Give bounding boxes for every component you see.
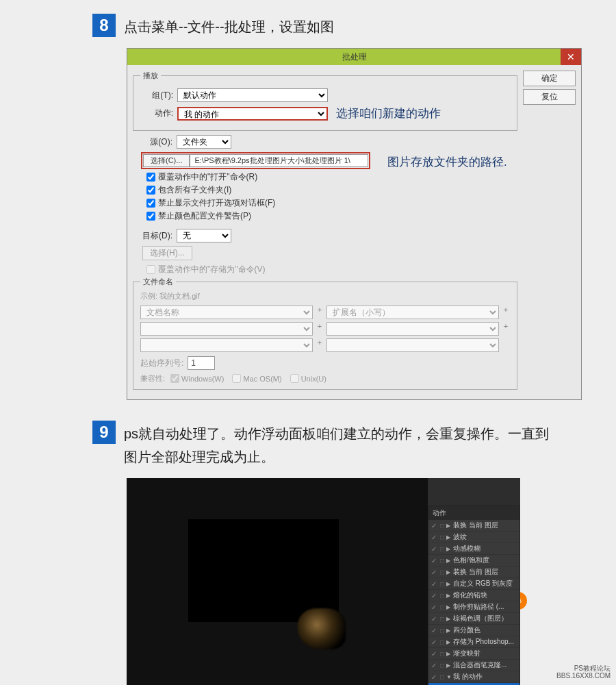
naming-example: 示例: 我的文档.gif <box>140 291 510 301</box>
close-icon[interactable]: ✕ <box>561 49 581 65</box>
batch-dialog: 批处理 ✕ 播放 组(T): 默认动作 动作: <box>127 48 582 400</box>
source-path: E:\PS教程\9.2ps批处理图片大小\批处理图片 1\ <box>190 154 368 167</box>
ps-canvas <box>188 519 339 622</box>
step-number-8: 8 <box>92 14 116 37</box>
action-item[interactable]: ✓□▶渐变映射 <box>428 648 519 660</box>
group-select[interactable]: 默认动作 <box>177 88 328 102</box>
start-seq-label: 起始序列号: <box>140 358 183 369</box>
naming-legend: 文件命名 <box>140 277 176 287</box>
action-item[interactable]: ✓□▶色相/饱和度 <box>428 555 519 566</box>
action-item[interactable]: ✓□▶装换 当前 图层 <box>428 566 519 578</box>
actions-panel-title: 动作 <box>428 506 519 520</box>
reset-button[interactable]: 复位 <box>523 89 576 105</box>
action-item-user[interactable]: ✓□▼我 的动作 <box>428 671 519 683</box>
compat-windows-label: Windows(W) <box>181 375 224 383</box>
action-item[interactable]: ✓□▶棕褐色调（图层） <box>428 613 519 625</box>
ps-toolbar <box>428 478 520 506</box>
dest-choose-button: 选择(H)... <box>142 246 192 260</box>
plus-icon: + <box>502 306 510 319</box>
name-part-2: 扩展名（小写） <box>326 306 499 319</box>
name-part-5 <box>140 338 313 352</box>
action-item[interactable]: ✓□▶制作剪贴路径 (... <box>428 601 519 613</box>
name-part-6 <box>326 338 499 352</box>
source-label: 源(O): <box>140 136 172 148</box>
action-item[interactable]: ✓□▶混合器画笔克隆... <box>428 660 519 671</box>
cb-override-save <box>146 265 155 274</box>
action-item[interactable]: ✓□▶波纹 <box>428 532 519 543</box>
cb-override-open-label: 覆盖动作中的"打开"命令(R) <box>158 171 257 183</box>
action-note: 选择咱们新建的动作 <box>336 105 441 121</box>
name-part-3 <box>140 322 313 336</box>
dialog-titlebar: 批处理 ✕ <box>127 49 581 65</box>
cb-subfolders-label: 包含所有子文件夹(I) <box>158 184 231 196</box>
compat-mac-label: Mac OS(M) <box>243 375 281 383</box>
cb-override-save-label: 覆盖动作中的"存储为"命令(V) <box>158 264 266 275</box>
compat-unix-label: Unix(U) <box>301 375 326 383</box>
name-part-1: 文档名称 <box>140 306 313 319</box>
path-note: 图片存放文件夹的路径. <box>387 155 507 169</box>
ps-image-content <box>298 608 346 649</box>
action-item[interactable]: ✓□▶四分颜色 <box>428 625 519 636</box>
cb-suppress-color-label: 禁止颜色配置文件警告(P) <box>158 210 251 222</box>
action-item[interactable]: ✓□▶存储为 Photoshop... <box>428 636 519 648</box>
watermark: PS教程论坛 BBS.16XX8.COM <box>556 664 611 680</box>
dest-select[interactable]: 无 <box>177 229 231 242</box>
source-select[interactable]: 文件夹 <box>177 135 231 149</box>
cb-subfolders[interactable] <box>146 186 155 195</box>
step-8-text: 点击菜单--文件--批处理，设置如图 <box>124 14 334 38</box>
step-number-9: 9 <box>92 421 116 444</box>
plus-icon: + <box>316 322 324 336</box>
play-legend: 播放 <box>140 71 161 81</box>
plus-icon: + <box>502 322 510 336</box>
actions-panel: 动作 ✓□▶装换 当前 图层✓□▶波纹✓□▶动感模糊✓□▶色相/饱和度✓□▶装换… <box>428 506 520 685</box>
action-item[interactable]: ✓□▶装换 当前 图层 <box>428 520 519 532</box>
name-part-4 <box>326 322 499 336</box>
cb-suppress-color[interactable] <box>146 212 155 221</box>
watermark-line2: BBS.16XX8.COM <box>556 672 611 680</box>
compat-windows <box>170 374 179 383</box>
watermark-line1: PS教程论坛 <box>556 664 611 672</box>
action-label: 动作: <box>140 108 173 119</box>
action-item[interactable]: ✓□▶动感模糊 <box>428 543 519 555</box>
action-item[interactable]: ✓□▶自定义 RGB 到灰度 <box>428 578 519 590</box>
choose-button[interactable]: 选择(C)... <box>143 154 190 167</box>
action-select[interactable]: 我 的动作 <box>177 107 328 121</box>
plus-icon <box>502 338 510 352</box>
compat-label: 兼容性: <box>140 373 165 384</box>
action-item[interactable]: ✓□▶熔化的铅块 <box>428 590 519 601</box>
dest-label: 目标(D): <box>140 230 172 242</box>
cb-suppress-open-label: 禁止显示文件打开选项对话框(F) <box>158 197 275 209</box>
ok-button[interactable]: 确定 <box>523 71 576 86</box>
group-label: 组(T): <box>140 90 173 101</box>
plus-icon: + <box>316 306 324 319</box>
ps-screenshot: 76 动作 ✓□▶装换 当前 图层✓□▶波纹✓□▶动感模糊✓□▶色相/饱和度✓□… <box>127 478 520 685</box>
step-9-text: ps就自动处理了。动作浮动面板咱们建立的动作，会重复操作。一直到图片全部处理完成… <box>124 421 562 469</box>
plus-icon: + <box>316 338 324 352</box>
compat-unix <box>290 374 299 383</box>
compat-mac <box>232 374 241 383</box>
play-fieldset: 播放 组(T): 默认动作 动作: 我 的动作 选择咱 <box>133 71 517 131</box>
cb-override-open[interactable] <box>146 173 155 182</box>
cb-suppress-open[interactable] <box>146 199 155 208</box>
dialog-title: 批处理 <box>342 51 367 63</box>
start-seq-input <box>188 356 215 370</box>
naming-fieldset: 文件命名 示例: 我的文档.gif 文档名称+ 扩展名（小写）+ + + + 起… <box>133 277 517 390</box>
